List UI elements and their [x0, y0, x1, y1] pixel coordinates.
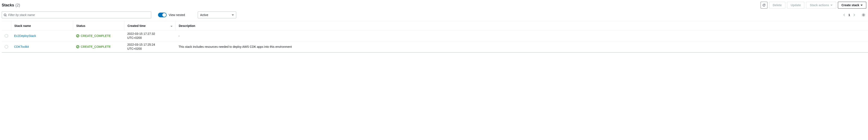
- settings-button[interactable]: [862, 13, 865, 17]
- status-filter-select[interactable]: Active: [198, 11, 236, 19]
- status-filter-value: Active: [200, 13, 208, 16]
- column-header-name[interactable]: Stack name: [11, 21, 73, 30]
- success-icon: [76, 45, 80, 48]
- created-time-line2: UTC+0200: [127, 47, 155, 51]
- column-header-status[interactable]: Status: [73, 21, 124, 30]
- gear-icon: [862, 13, 865, 17]
- description-cell: -: [176, 34, 868, 38]
- search-input[interactable]: [8, 13, 149, 16]
- table-row[interactable]: CDKToolkit CREATE_COMPLETE 2022-03-15 17…: [2, 41, 868, 52]
- view-nested-toggle[interactable]: [158, 12, 166, 17]
- page-number: 1: [848, 13, 850, 16]
- caret-down-icon: [830, 5, 833, 6]
- created-time-line1: 2022-03-15 17:25:24: [127, 43, 155, 47]
- caret-down-icon: [232, 14, 234, 15]
- view-nested-label: View nested: [169, 13, 185, 16]
- column-header-created[interactable]: Created time: [124, 21, 176, 30]
- create-stack-label: Create stack: [841, 3, 859, 7]
- row-radio[interactable]: [5, 34, 8, 38]
- svg-point-0: [4, 14, 6, 15]
- status-text: CREATE_COMPLETE: [81, 34, 111, 38]
- status-text: CREATE_COMPLETE: [81, 45, 111, 48]
- page-prev-button: [843, 13, 845, 17]
- stack-name-link[interactable]: Ec2DeployStack: [14, 34, 36, 38]
- stack-actions-button: Stack actions: [806, 2, 836, 8]
- delete-button: Delete: [769, 2, 785, 8]
- column-header-description[interactable]: Description: [176, 21, 868, 30]
- svg-point-1: [863, 14, 864, 15]
- stack-count: (2): [16, 3, 20, 7]
- created-time-line1: 2022-03-15 17:27:32: [127, 32, 155, 36]
- sort-desc-icon: [170, 24, 173, 28]
- column-header-created-label: Created time: [127, 24, 146, 28]
- stack-name-link[interactable]: CDKToolkit: [14, 45, 29, 48]
- refresh-button[interactable]: [761, 2, 767, 8]
- created-time-line2: UTC+0200: [127, 36, 155, 40]
- page-next-button: [853, 13, 855, 17]
- update-button: Update: [787, 2, 804, 8]
- create-stack-button[interactable]: Create stack: [838, 2, 866, 8]
- stacks-table: Stack name Status Created time Descripti…: [2, 21, 868, 53]
- stack-actions-label: Stack actions: [810, 3, 829, 7]
- row-radio[interactable]: [5, 45, 8, 48]
- table-row[interactable]: Ec2DeployStack CREATE_COMPLETE 2022-03-1…: [2, 31, 868, 41]
- refresh-icon: [762, 3, 766, 7]
- search-icon: [4, 13, 7, 16]
- search-input-wrapper[interactable]: [2, 11, 151, 19]
- caret-down-icon: [861, 5, 863, 6]
- description-cell: This stack includes resources needed to …: [176, 45, 868, 48]
- success-icon: [76, 34, 80, 38]
- page-title: Stacks: [2, 3, 14, 7]
